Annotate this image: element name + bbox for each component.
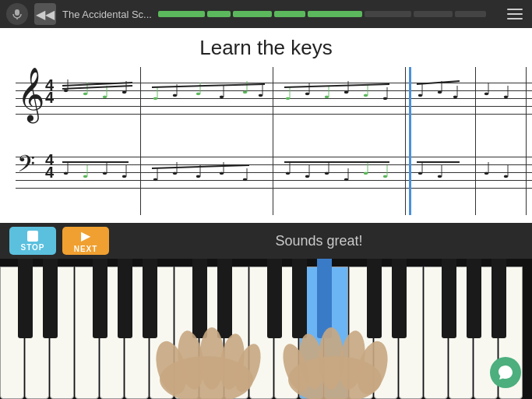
bass-note: ♩ xyxy=(343,165,351,185)
status-text: Sounds great! xyxy=(115,233,523,249)
bass-note: ♩ xyxy=(483,159,491,179)
note-green: ♩ xyxy=(82,79,90,100)
staff-container: 𝄞 𝄢 4 4 4 4 ♩ ♩ ♩ ♩ ♩ ♩ ♩ ♩ ♩ ♩ ♩ ♩ ♩ ♩ … xyxy=(0,67,532,215)
note: ♩ xyxy=(436,78,444,98)
black-key[interactable] xyxy=(367,259,382,338)
microphone-button[interactable] xyxy=(6,3,28,25)
bass-note-green: ♩ xyxy=(382,162,389,182)
svg-rect-0 xyxy=(15,9,19,16)
svg-line-5 xyxy=(284,84,389,87)
bass-note-green: ♩ xyxy=(82,162,90,182)
back-button[interactable]: ◀◀ xyxy=(34,3,56,25)
bar-line xyxy=(273,67,273,215)
note: ♩ xyxy=(257,81,265,101)
note: ♩ xyxy=(171,81,179,101)
chat-button[interactable] xyxy=(490,357,521,388)
note-green: ♩ xyxy=(241,78,249,98)
note: ♩ xyxy=(304,79,312,100)
staff-line xyxy=(16,180,532,181)
black-key[interactable] xyxy=(442,259,456,338)
header-bar: ◀◀ The Accidental Sc... xyxy=(0,0,532,28)
bass-note-green: ♩ xyxy=(362,159,370,179)
bass-note: ♩ xyxy=(436,162,444,182)
bass-note: ♩ xyxy=(323,159,331,179)
staff-line xyxy=(16,114,532,115)
stop-button[interactable]: STOP xyxy=(9,227,56,255)
black-key[interactable] xyxy=(143,259,157,338)
note-green: ♩ xyxy=(195,79,203,100)
note: ♩ xyxy=(218,83,226,103)
note: ♩ xyxy=(502,83,510,103)
hamburger-line xyxy=(507,18,523,19)
bass-note: ♩ xyxy=(284,159,292,179)
bass-note: ♩ xyxy=(417,159,425,179)
note: ♩ xyxy=(483,79,491,100)
note-green: ♩ xyxy=(323,83,331,103)
next-arrow-icon: ▶ xyxy=(81,228,90,243)
hamburger-line xyxy=(507,13,523,15)
bass-clef: 𝄢 xyxy=(17,153,35,181)
next-button[interactable]: ▶ NEXT xyxy=(62,227,109,255)
bass-note: ♩ xyxy=(171,159,179,179)
note: ♩ xyxy=(62,76,70,97)
black-key[interactable] xyxy=(292,259,307,338)
black-key[interactable] xyxy=(392,259,407,338)
staff-line xyxy=(16,172,532,173)
note: ♩ xyxy=(382,84,389,104)
piano-keyboard xyxy=(0,259,532,399)
staff-line xyxy=(16,164,532,165)
time-signature-bottom: 4 xyxy=(45,89,54,107)
bass-note: ♩ xyxy=(218,159,226,179)
hamburger-line xyxy=(507,9,523,10)
piano-area: STOP ▶ NEXT Sounds great! xyxy=(0,223,532,399)
black-key[interactable] xyxy=(217,259,232,338)
black-key[interactable] xyxy=(118,259,132,338)
controls-bar: STOP ▶ NEXT Sounds great! xyxy=(0,223,532,259)
stop-icon xyxy=(27,231,38,242)
stop-label: STOP xyxy=(20,243,44,252)
note: ♩ xyxy=(452,83,460,103)
sheet-music-area: Learn the keys 𝄞 𝄢 4 4 4 4 ♩ ♩ ♩ xyxy=(0,28,532,223)
note-green: ♩ xyxy=(101,83,109,103)
bass-note: ♩ xyxy=(152,165,160,185)
time-signature-bass-bottom: 4 xyxy=(45,164,54,182)
song-title: The Accidental Sc... xyxy=(62,9,152,20)
staff-line xyxy=(16,188,532,189)
bass-note: ♩ xyxy=(101,159,109,179)
playhead xyxy=(409,67,411,215)
bass-note: ♩ xyxy=(195,162,203,182)
next-label: NEXT xyxy=(74,245,98,253)
bar-line xyxy=(405,67,406,215)
black-key[interactable] xyxy=(317,259,332,338)
progress-bar xyxy=(158,10,498,18)
black-key[interactable] xyxy=(93,259,107,338)
bass-note: ♩ xyxy=(62,159,70,179)
bar-line xyxy=(140,67,141,215)
bass-note: ♩ xyxy=(304,162,312,182)
section-title: Learn the keys xyxy=(0,28,532,60)
black-key[interactable] xyxy=(491,259,506,338)
note: ♩ xyxy=(417,81,425,101)
bass-note: ♩ xyxy=(241,165,249,185)
bar-line xyxy=(526,67,527,215)
bass-note: ♩ xyxy=(121,162,129,182)
black-key[interactable] xyxy=(192,259,207,338)
bass-note: ♩ xyxy=(502,162,510,182)
staff-line xyxy=(16,106,532,107)
note-green: ♩ xyxy=(284,84,292,104)
black-key[interactable] xyxy=(267,259,282,338)
bar-line xyxy=(475,67,476,215)
note-green: ♩ xyxy=(152,84,160,104)
menu-button[interactable] xyxy=(504,3,526,25)
note: ♩ xyxy=(121,78,129,98)
note-green: ♩ xyxy=(362,81,370,101)
black-key[interactable] xyxy=(18,259,33,338)
black-key[interactable] xyxy=(43,259,58,338)
note: ♩ xyxy=(343,78,351,98)
black-key[interactable] xyxy=(467,259,481,338)
staff-line xyxy=(16,157,532,157)
treble-clef: 𝄞 xyxy=(17,71,44,118)
